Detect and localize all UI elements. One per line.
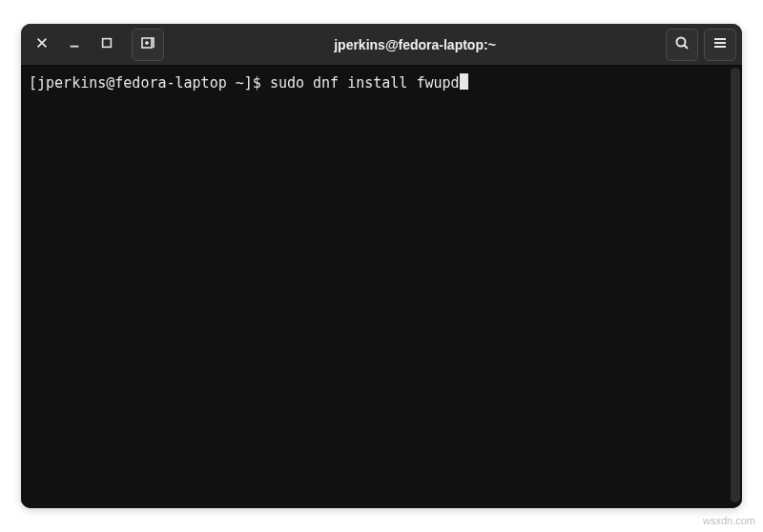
terminal-line: [jperkins@fedora-laptop ~]$ sudo dnf ins… <box>29 72 734 93</box>
command-text: sudo dnf install fwupd <box>270 74 460 93</box>
titlebar: jperkins@fedora-laptop:~ <box>21 24 742 66</box>
svg-point-2 <box>677 37 686 46</box>
prompt: [jperkins@fedora-laptop ~]$ <box>29 74 270 93</box>
new-tab-button[interactable] <box>132 29 164 61</box>
minimize-icon <box>68 36 81 53</box>
maximize-icon <box>100 36 113 53</box>
terminal-area[interactable]: [jperkins@fedora-laptop ~]$ sudo dnf ins… <box>21 66 742 508</box>
cursor <box>460 73 468 90</box>
hamburger-menu-icon <box>712 35 728 54</box>
close-button[interactable] <box>27 30 57 60</box>
minimize-button[interactable] <box>59 30 90 60</box>
new-tab-icon <box>140 35 155 54</box>
window-title: jperkins@fedora-laptop:~ <box>164 37 666 52</box>
search-button[interactable] <box>666 29 698 61</box>
scrollbar[interactable] <box>731 68 740 502</box>
search-icon <box>674 35 690 54</box>
titlebar-actions <box>666 29 736 61</box>
terminal-window: jperkins@fedora-laptop:~ <box>21 24 742 508</box>
maximize-button[interactable] <box>92 30 122 60</box>
close-icon <box>35 36 49 53</box>
window-controls <box>27 29 164 61</box>
svg-rect-0 <box>103 38 112 47</box>
menu-button[interactable] <box>704 29 736 61</box>
watermark: wsxdn.com <box>703 515 755 526</box>
